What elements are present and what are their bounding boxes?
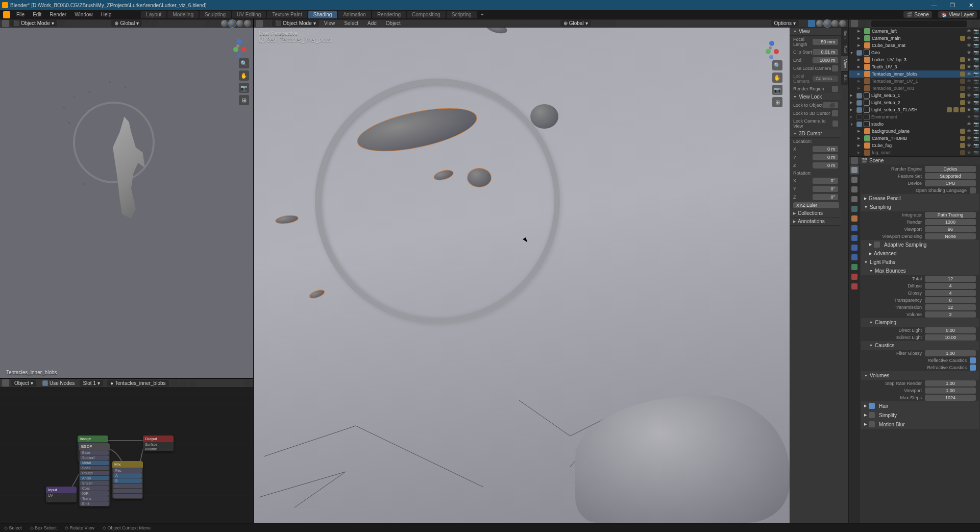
expand-icon[interactable]: ▶ — [850, 101, 855, 105]
render-region-check[interactable] — [832, 86, 838, 92]
node-new-icon[interactable] — [180, 379, 187, 386]
visibility-icon[interactable]: 👁 — [967, 79, 972, 84]
maximize-button[interactable]: ❐ — [945, 1, 960, 9]
expand-icon[interactable]: ▼ — [850, 51, 855, 55]
local-camera-check[interactable] — [832, 65, 838, 71]
adaptive-sampling-header[interactable]: Adaptive Sampling — [861, 240, 979, 249]
render-visibility-icon[interactable]: 📷 — [973, 57, 979, 62]
options-dropdown[interactable]: Options▾ — [771, 20, 799, 27]
rotation-mode-dropdown[interactable]: XYZ Euler — [793, 202, 839, 208]
denoising-dropdown[interactable]: None — [925, 233, 976, 239]
camera-icon[interactable]: 📷 — [239, 83, 249, 93]
outliner-item[interactable]: ▶Light_setup_3_FLASH👁📷 — [849, 106, 980, 113]
simplify-header[interactable]: Simplify — [861, 410, 979, 420]
visibility-icon[interactable]: 👁 — [967, 36, 972, 41]
outliner-item[interactable]: ▶background_plane👁📷 — [849, 128, 980, 135]
orientation-selector-2[interactable]: ⊕Global▾ — [560, 20, 591, 27]
transparency-bounces-field[interactable]: 8 — [925, 297, 976, 303]
visibility-icon[interactable]: 👁 — [967, 143, 972, 148]
clip-start-field[interactable]: 0.01 m — [813, 49, 838, 55]
orientation-selector[interactable]: ⊕Global▾ — [111, 20, 142, 27]
filter-glossy-field[interactable]: 1.00 — [925, 350, 976, 356]
outliner-item[interactable]: ▶Tentacles_inner_UV_1👁📷 — [849, 78, 980, 85]
view-layer-selector[interactable]: 📚View Layer — [938, 11, 977, 18]
pan-icon[interactable]: ✋ — [239, 70, 249, 81]
expand-icon[interactable]: ▶ — [857, 86, 863, 90]
visibility-icon[interactable]: 👁 — [967, 129, 972, 134]
render-engine-dropdown[interactable]: Cycles — [925, 166, 976, 172]
expand-icon[interactable]: ▶ — [850, 93, 855, 98]
tab-shading[interactable]: Shading — [308, 11, 337, 18]
render-visibility-icon[interactable]: 📷 — [973, 29, 979, 34]
view-lock-header[interactable]: View Lock — [790, 93, 841, 101]
minimize-button[interactable]: — — [927, 1, 941, 9]
mode-selector[interactable]: ⬛Object Mode▾ — [10, 20, 57, 27]
vp-menu-add[interactable]: Add — [363, 19, 381, 27]
vp-menu-view[interactable]: View — [320, 19, 339, 27]
collection-check[interactable] — [856, 93, 862, 99]
lock-camera-check[interactable] — [832, 120, 838, 127]
tab-texture-paint[interactable]: Texture Paint — [267, 11, 307, 18]
node-output[interactable]: Output Surface Volume — [143, 436, 174, 451]
tab-modeling[interactable]: Modeling — [167, 11, 199, 18]
visibility-icon[interactable]: 👁 — [967, 86, 972, 91]
menu-render[interactable]: Render — [45, 11, 70, 18]
reflective-caustics-check[interactable] — [970, 357, 976, 364]
menu-help[interactable]: Help — [97, 11, 116, 18]
render-visibility-icon[interactable]: 📷 — [973, 114, 979, 119]
cursor-panel-header[interactable]: 3D Cursor — [790, 130, 841, 138]
annotations-header[interactable]: Annotations — [790, 217, 841, 226]
outliner-item[interactable]: ▼studio👁📷 — [849, 120, 980, 128]
physics-tab[interactable] — [850, 243, 859, 252]
solid-shading[interactable] — [229, 20, 236, 27]
visibility-icon[interactable]: 👁 — [967, 107, 972, 112]
visibility-icon[interactable]: 👁 — [967, 114, 972, 119]
direct-clamp-field[interactable]: 0.00 — [925, 327, 976, 333]
visibility-icon[interactable]: 👁 — [967, 100, 972, 105]
render-visibility-icon[interactable]: 📷 — [973, 143, 979, 148]
indirect-clamp-field[interactable]: 10.00 — [925, 334, 976, 341]
vp-menu-object[interactable]: Object — [382, 19, 405, 27]
node-graph-canvas[interactable]: Input UV ... Image Color Alpha Linear Fl… — [0, 387, 253, 516]
outliner-search[interactable] — [871, 20, 967, 27]
outliner-item[interactable]: ▶Tentacles_inner_blobs👁📷 — [849, 70, 980, 78]
zoom-icon-2[interactable]: 🔍 — [772, 60, 782, 70]
step-viewport-field[interactable]: 1.00 — [925, 388, 976, 394]
cursor-rx-field[interactable]: 0° — [813, 178, 838, 184]
volume-bounces-field[interactable]: 2 — [925, 311, 976, 318]
render-visibility-icon[interactable]: 📷 — [973, 122, 979, 127]
texture-tab[interactable] — [850, 282, 859, 291]
camera-icon-2[interactable]: 📷 — [772, 85, 782, 95]
visibility-icon[interactable]: 👁 — [967, 93, 972, 98]
node-mix[interactable]: Mix Fac A B ... ... ... — [112, 461, 143, 499]
integrator-dropdown[interactable]: Path Tracing — [925, 212, 976, 218]
feature-set-dropdown[interactable]: Supported — [925, 173, 976, 179]
visibility-icon[interactable]: 👁 — [967, 71, 972, 77]
collection-check[interactable] — [856, 114, 862, 120]
overlay-icon-2[interactable] — [808, 20, 815, 27]
max-bounces-header[interactable]: Max Bounces — [861, 267, 979, 275]
material-selector[interactable]: ●Tentacles_inner_blobs — [107, 380, 169, 386]
expand-icon[interactable]: ▶ — [857, 29, 863, 33]
editor-type-icon[interactable] — [256, 20, 263, 27]
outliner-item[interactable]: ▶Camera_left👁📷 — [849, 28, 980, 35]
render-visibility-icon[interactable]: 📷 — [973, 86, 979, 91]
close-button[interactable]: ✕ — [964, 1, 978, 9]
object-tab[interactable] — [850, 214, 859, 223]
render-visibility-icon[interactable]: 📷 — [973, 50, 979, 55]
tab-scripting[interactable]: Scripting — [447, 11, 477, 18]
vp-menu-select[interactable]: Select — [340, 19, 362, 27]
vp-icon-1[interactable] — [58, 20, 65, 27]
expand-icon[interactable]: ▶ — [857, 43, 863, 47]
editor-type-icon[interactable] — [2, 20, 9, 27]
outliner-item[interactable]: ▶Lurker_UV_hp_3👁📷 — [849, 56, 980, 63]
editor-type-icon[interactable] — [2, 379, 9, 386]
xray-icon[interactable] — [213, 20, 220, 27]
cursor-tool-icon[interactable] — [264, 20, 271, 27]
visibility-icon[interactable]: 👁 — [967, 43, 972, 48]
expand-icon[interactable]: ▶ — [857, 36, 863, 40]
perspective-icon-2[interactable]: ⊞ — [772, 97, 782, 107]
collection-check[interactable] — [856, 50, 862, 56]
expand-icon[interactable]: ▶ — [857, 79, 863, 83]
material-shading-2[interactable] — [831, 20, 839, 27]
